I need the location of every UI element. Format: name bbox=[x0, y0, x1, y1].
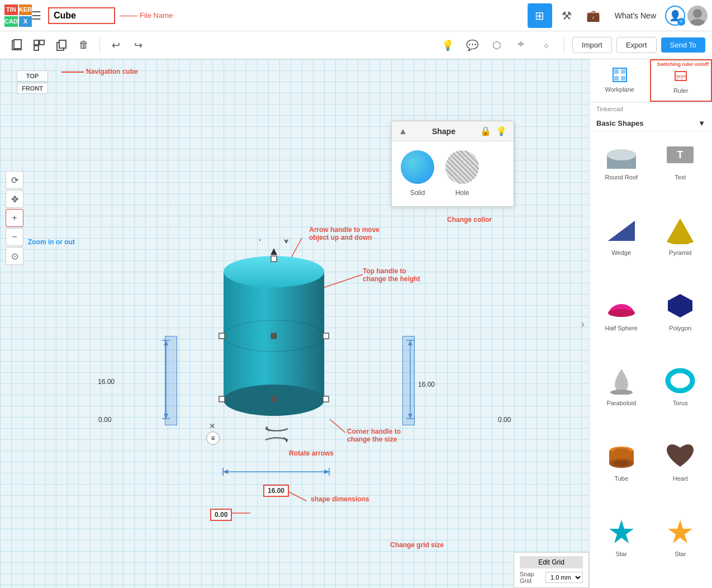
shape-item-polygon[interactable]: Polygon bbox=[653, 287, 708, 358]
shapes-dropdown-label: Basic Shapes bbox=[596, 119, 644, 127]
shape-name-torus: Torus bbox=[673, 400, 688, 406]
solid-option[interactable]: Solid bbox=[401, 150, 434, 197]
shape-thumb-torus bbox=[663, 364, 697, 397]
ruler-label: Ruler bbox=[673, 87, 688, 94]
hamburger-icon[interactable]: ☰ bbox=[31, 9, 41, 22]
zoom-label: Zoom in or out bbox=[28, 238, 75, 246]
canvas-area[interactable]: TOP FRONT —— Navigation cube ⟳ ✥ + − ⊙ Z… bbox=[0, 59, 589, 588]
shape-item-star-cyan[interactable]: Star bbox=[594, 513, 649, 584]
svg-rect-45 bbox=[614, 69, 619, 74]
nav-front-face[interactable]: FRONT bbox=[17, 83, 48, 94]
svg-point-67 bbox=[668, 371, 692, 391]
panel-collapse-icon[interactable]: ▲ bbox=[398, 126, 407, 136]
snap-grid-label: Snap Grid bbox=[520, 571, 542, 584]
ruler-button[interactable]: Ruler Switching ruler on/off bbox=[650, 59, 713, 102]
send-to-button[interactable]: Send To bbox=[661, 37, 705, 53]
zoom-fit-button[interactable]: ⊙ bbox=[6, 247, 23, 265]
logo-x: X bbox=[19, 16, 32, 27]
ruler-switch-label: Switching ruler on/off bbox=[657, 61, 709, 67]
zoom-pan-button[interactable]: ✥ bbox=[6, 190, 23, 208]
shape-thumb-polygon bbox=[663, 289, 697, 323]
shape-item-round-roof[interactable]: Round Roof bbox=[594, 136, 649, 207]
svg-rect-8 bbox=[59, 40, 66, 48]
shape-item-tube[interactable]: Tube bbox=[594, 437, 649, 508]
whats-new-button[interactable]: What's New bbox=[608, 3, 663, 28]
zoom-out-button[interactable]: − bbox=[6, 228, 23, 246]
lock-icon[interactable]: 🔒 bbox=[480, 126, 491, 136]
redo-button[interactable]: ↪ bbox=[128, 35, 148, 55]
tinkercad-logo[interactable]: TIN KER CAD X bbox=[4, 4, 27, 27]
logo-cad: CAD bbox=[4, 16, 18, 27]
shape-item-torus[interactable]: Torus bbox=[653, 362, 708, 433]
expand-right-icon[interactable]: › bbox=[581, 317, 585, 330]
workplane-button[interactable]: Workplane bbox=[590, 59, 650, 102]
align-icon[interactable]: ⫩ bbox=[511, 35, 531, 55]
chevron-down-icon: ▼ bbox=[698, 119, 705, 127]
nav-top-face[interactable]: TOP bbox=[17, 70, 48, 82]
dimbox-width[interactable]: 16.00 bbox=[263, 485, 289, 497]
bulb-icon[interactable]: 💡 bbox=[496, 126, 507, 136]
cube-icon[interactable]: ⬡ bbox=[487, 35, 507, 55]
file-name-label: —— File Name bbox=[120, 11, 173, 21]
ruler-icon bbox=[672, 67, 690, 85]
svg-rect-22 bbox=[219, 396, 225, 402]
shape-thumb-wedge bbox=[605, 214, 638, 247]
shape-item-heart[interactable]: Heart bbox=[653, 437, 708, 508]
solid-label: Solid bbox=[410, 189, 425, 197]
shape-name-wedge: Wedge bbox=[611, 249, 631, 256]
new-button[interactable] bbox=[7, 35, 27, 55]
import-button[interactable]: Import bbox=[572, 37, 612, 53]
delete-button[interactable]: 🗑 bbox=[74, 35, 94, 55]
move-button[interactable] bbox=[29, 35, 49, 55]
dim-label-left: 16.00 bbox=[98, 378, 115, 386]
svg-text:T: T bbox=[677, 149, 683, 160]
export-button[interactable]: Export bbox=[616, 37, 657, 53]
tools-button[interactable]: ⚒ bbox=[554, 3, 579, 28]
svg-marker-63 bbox=[667, 219, 694, 244]
shape-thumb-tube bbox=[605, 439, 638, 473]
shape-item-star-yellow[interactable]: Star bbox=[653, 513, 708, 584]
svg-marker-61 bbox=[608, 221, 635, 241]
shape-item-half-sphere[interactable]: Half Sphere bbox=[594, 287, 649, 358]
svg-rect-23 bbox=[323, 396, 329, 402]
add-user-button[interactable]: 👤 bbox=[665, 6, 685, 26]
mirror-icon[interactable]: ⬦ bbox=[536, 35, 556, 55]
svg-marker-43 bbox=[265, 426, 270, 432]
grid-view-button[interactable]: ⊞ bbox=[528, 3, 552, 28]
hole-option[interactable]: Hole bbox=[445, 150, 479, 197]
zoom-in-button[interactable]: + bbox=[6, 209, 23, 227]
shape-name-star-cyan: Star bbox=[616, 551, 627, 557]
edit-grid-button[interactable]: Edit Grid bbox=[520, 556, 583, 568]
light-icon[interactable]: 💡 bbox=[438, 35, 458, 55]
shape-name-half-sphere: Half Sphere bbox=[605, 325, 638, 331]
shape-item-text[interactable]: T Text bbox=[653, 136, 708, 207]
zoom-orbit-button[interactable]: ⟳ bbox=[6, 171, 23, 189]
shape-thumb-round-roof bbox=[605, 138, 638, 172]
snap-grid-select[interactable]: 1.0 mm 0.5 mm 2.0 mm bbox=[545, 572, 583, 583]
toolbar-separator bbox=[99, 37, 100, 54]
header: TIN KER CAD X ☰ —— File Name ⊞ ⚒ 💼 What'… bbox=[0, 0, 712, 31]
briefcase-button[interactable]: 💼 bbox=[581, 3, 606, 28]
undo-button[interactable]: ↩ bbox=[106, 35, 126, 55]
shape-close-icon[interactable]: ✕ bbox=[209, 421, 216, 430]
cylinder-shape[interactable] bbox=[212, 238, 335, 423]
svg-rect-46 bbox=[621, 69, 625, 74]
shape-thumb-heart bbox=[663, 439, 697, 473]
top-handle-annotation: Top handle tochange the height bbox=[363, 267, 420, 283]
svg-rect-4 bbox=[34, 40, 39, 45]
dimbox-z[interactable]: 0.00 bbox=[210, 509, 232, 521]
toolbar-sep2 bbox=[564, 37, 564, 54]
user-avatar[interactable] bbox=[687, 6, 708, 26]
speech-icon[interactable]: 💬 bbox=[462, 35, 482, 55]
shape-item-wedge[interactable]: Wedge bbox=[594, 211, 649, 282]
copy-button[interactable] bbox=[51, 35, 72, 55]
shape-panel-icons: 🔒 💡 bbox=[480, 126, 507, 136]
shapes-dropdown[interactable]: Basic Shapes ▼ bbox=[590, 116, 712, 131]
shape-item-paraboloid[interactable]: Paraboloid bbox=[594, 362, 649, 433]
shape-thumb-pyramid bbox=[663, 214, 697, 247]
file-name-input[interactable] bbox=[48, 7, 115, 24]
object-menu-icon[interactable]: ≡ bbox=[206, 431, 220, 445]
shape-thumb-text: T bbox=[663, 138, 697, 172]
shape-item-pyramid[interactable]: Pyramid bbox=[653, 211, 708, 282]
shapes-grid: Round Roof T Text Wedge Pyr bbox=[590, 131, 712, 588]
